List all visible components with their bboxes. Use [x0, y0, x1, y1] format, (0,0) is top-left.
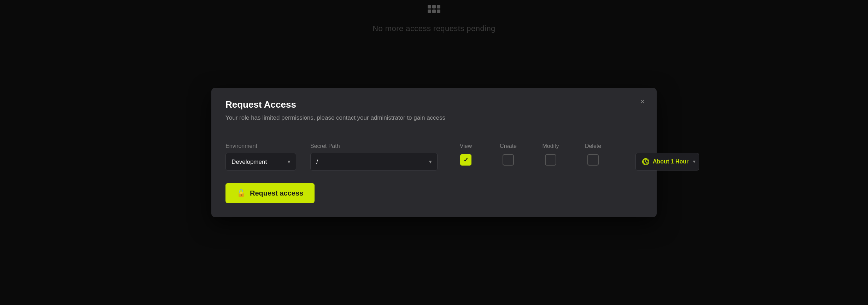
environment-label: Environment: [225, 143, 296, 149]
create-checkbox-container: [501, 153, 515, 167]
create-label: Create: [500, 143, 517, 149]
create-column: Create: [494, 143, 522, 167]
view-column: View: [452, 143, 480, 167]
delete-column: Delete: [579, 143, 607, 167]
path-select[interactable]: / /app /db /secrets: [310, 153, 438, 171]
path-column: Secret Path / /app /db /secrets ▼: [310, 143, 438, 171]
path-select-wrapper[interactable]: / /app /db /secrets ▼: [310, 153, 438, 171]
modal-title: Request Access: [225, 99, 643, 110]
modal-body: Environment Development Staging Producti…: [211, 130, 657, 217]
svg-line-2: [646, 162, 647, 162]
form-grid: Environment Development Staging Producti…: [225, 143, 643, 171]
duration-text: About 1 Hour: [653, 159, 688, 165]
modify-label: Modify: [542, 143, 559, 149]
modify-checkbox-container: [544, 153, 558, 167]
delete-label: Delete: [585, 143, 601, 149]
lock-icon: 🔓: [237, 189, 246, 197]
request-access-button[interactable]: 🔓 Request access: [225, 183, 315, 203]
request-access-modal: Request Access Your role has limited per…: [211, 88, 657, 217]
view-label: View: [460, 143, 472, 149]
modal-subtitle: Your role has limited permissions, pleas…: [225, 114, 643, 121]
path-label: Secret Path: [310, 143, 438, 149]
modal-overlay: Request Access Your role has limited per…: [0, 0, 868, 305]
modal-header: Request Access Your role has limited per…: [211, 88, 657, 130]
modify-column: Modify: [536, 143, 565, 167]
environment-select-wrapper[interactable]: Development Staging Production ▼: [225, 153, 296, 171]
view-checkbox[interactable]: [460, 154, 471, 166]
duration-dropdown-icon: ▼: [692, 159, 696, 164]
duration-button[interactable]: About 1 Hour ▼: [635, 153, 699, 171]
clock-icon: [642, 158, 649, 165]
close-button[interactable]: ×: [639, 96, 646, 107]
environment-column: Environment Development Staging Producti…: [225, 143, 296, 171]
delete-checkbox[interactable]: [587, 154, 599, 166]
view-checkbox-container: [459, 153, 473, 167]
request-access-label: Request access: [250, 189, 303, 197]
duration-column: About 1 Hour ▼: [635, 143, 699, 171]
create-checkbox[interactable]: [503, 154, 514, 166]
environment-select[interactable]: Development Staging Production: [225, 153, 296, 171]
delete-checkbox-container: [586, 153, 600, 167]
modify-checkbox[interactable]: [545, 154, 556, 166]
